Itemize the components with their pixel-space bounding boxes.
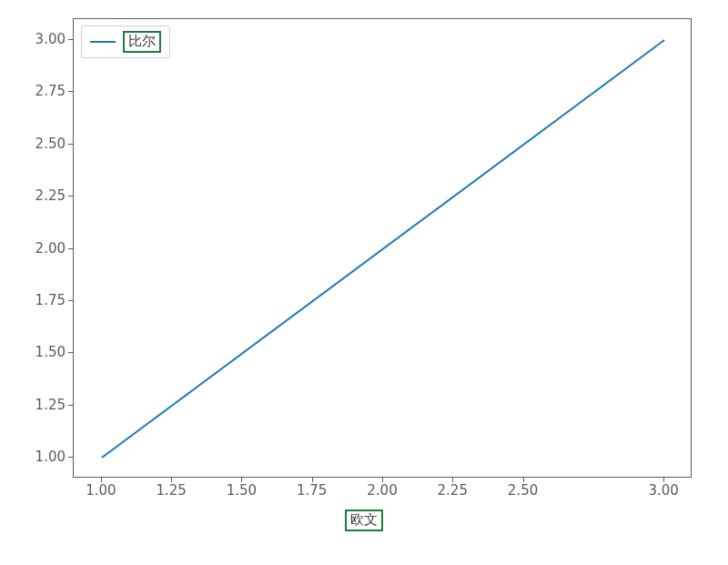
x-tick-label: 2.50 xyxy=(508,482,538,499)
y-tick-mark xyxy=(68,248,73,249)
y-tick-label: 1.25 xyxy=(11,397,66,413)
x-tick-label: 1.00 xyxy=(86,482,116,499)
x-tick-label: 1.75 xyxy=(297,482,327,499)
plot-area xyxy=(73,18,692,478)
x-axis-label-text: 欧文 xyxy=(345,510,383,531)
x-tick-label: 1.25 xyxy=(156,482,186,499)
y-tick-mark xyxy=(68,196,73,197)
legend-entry-label: 比尔 xyxy=(123,31,161,53)
line-plot-svg xyxy=(74,19,693,479)
y-tick-label: 1.75 xyxy=(11,292,66,308)
x-tick-label: 3.00 xyxy=(648,482,678,499)
y-tick-mark xyxy=(68,144,73,145)
y-tick-mark xyxy=(68,300,73,301)
y-tick-label: 2.25 xyxy=(11,187,66,204)
x-tick-label: 2.25 xyxy=(438,482,468,499)
x-tick-label: 1.50 xyxy=(227,482,257,499)
y-tick-label: 1.50 xyxy=(11,344,66,360)
y-tick-label: 2.00 xyxy=(11,240,66,257)
y-tick-label: 2.75 xyxy=(11,83,66,99)
y-tick-label: 2.50 xyxy=(11,136,66,152)
figure: 1.001.251.501.752.002.252.503.00 1.001.2… xyxy=(0,0,728,565)
y-tick-label: 1.00 xyxy=(11,449,66,465)
y-tick-label: 3.00 xyxy=(11,31,66,47)
y-tick-mark xyxy=(68,39,73,40)
y-tick-mark xyxy=(68,91,73,92)
series-line xyxy=(102,40,664,458)
y-tick-mark xyxy=(68,457,73,458)
legend-line-sample xyxy=(90,41,116,43)
x-tick-label: 2.00 xyxy=(367,482,397,499)
legend: 比尔 xyxy=(81,25,170,58)
y-tick-mark xyxy=(68,352,73,353)
y-tick-mark xyxy=(68,405,73,406)
x-axis-label: 欧文 xyxy=(345,510,383,531)
